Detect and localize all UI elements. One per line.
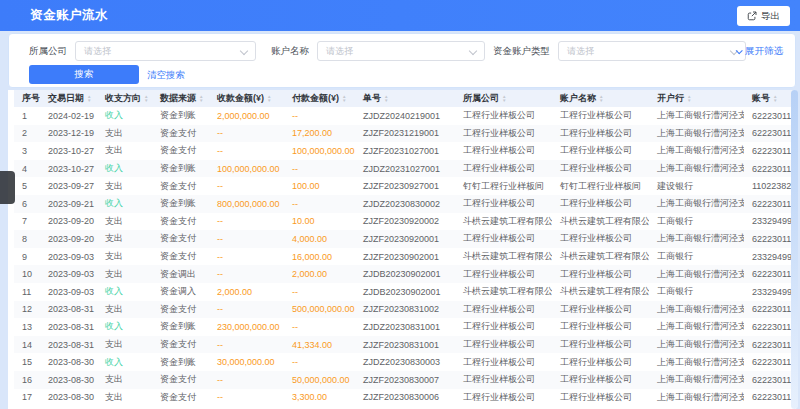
account-type-select[interactable]: 请选择: [558, 41, 746, 61]
sort-icon[interactable]: ▲▼: [384, 95, 388, 102]
cell-company: 工程行业样板公司: [455, 195, 552, 213]
sort-icon[interactable]: ▲▼: [199, 95, 203, 102]
table-row: 112023-09-03收入资金调入2,000.00--ZJDB20230902…: [14, 283, 796, 301]
sort-icon[interactable]: ▲▼: [687, 95, 691, 102]
page-title: 资金账户流水: [30, 7, 108, 24]
cell-account-number: 622230111: [744, 195, 796, 213]
cell-account-number: 622230111: [744, 301, 796, 319]
cell-doc-number: ZJDZ20230830002: [355, 195, 455, 213]
cell-account-number: 622230111: [744, 107, 796, 125]
cell-source: 资金支付: [152, 177, 209, 195]
table-head: 序号交易日期▲▼收支方向▲▼数据来源▲▼收款金额(¥)▲▼付款金额(¥)▲▼单号…: [14, 90, 796, 107]
cell-account-name: 工程行业样板公司: [552, 353, 649, 371]
chevron-down-icon: [469, 47, 477, 55]
chevron-down-icon: [240, 47, 248, 55]
table-row: 52023-09-27支出资金支付--100.00ZJZF20230927001…: [14, 177, 796, 195]
filter-panel: 所属公司 请选择 账户名称 请选择 资金账户类型 请选择 展开筛选 搜索 清空搜…: [8, 33, 796, 88]
cell-doc-number: ZJZF20230902001: [355, 248, 455, 266]
column-header-9[interactable]: 开户行▲▼: [649, 90, 744, 107]
cell-company: 工程行业样板公司: [455, 107, 552, 125]
cell-index: 6: [14, 195, 40, 213]
sort-icon[interactable]: ▲▼: [502, 95, 506, 102]
sort-icon[interactable]: ▲▼: [144, 95, 148, 102]
cell-pay-amount: 100.00: [284, 177, 355, 195]
company-select[interactable]: 请选择: [75, 41, 256, 61]
cell-index: 8: [14, 230, 40, 248]
cell-index: 9: [14, 248, 40, 266]
cell-doc-number: ZJZF20230831001: [355, 336, 455, 354]
account-name-select[interactable]: 请选择: [317, 41, 485, 61]
column-header-3[interactable]: 数据来源▲▼: [152, 90, 209, 107]
cell-source: 资金支付: [152, 142, 209, 160]
sort-icon[interactable]: ▲▼: [267, 95, 271, 102]
cell-date: 2023-10-27: [40, 160, 97, 178]
cell-index: 10: [14, 265, 40, 283]
vertical-scrollbar[interactable]: [791, 90, 798, 409]
column-header-10[interactable]: 账号▲▼: [744, 90, 796, 107]
column-header-7[interactable]: 所属公司▲▼: [455, 90, 552, 107]
cell-company: 工程行业样板公司: [455, 371, 552, 389]
cell-date: 2023-09-03: [40, 248, 97, 266]
cell-account-number: 110223820: [744, 177, 796, 195]
cell-receive-amount: 2,000,000.00: [209, 107, 284, 125]
cell-date: 2023-09-21: [40, 195, 97, 213]
filter-account-type-label: 资金账户类型: [493, 45, 550, 58]
cell-direction: 收入: [97, 160, 152, 178]
cell-pay-amount: 16,000.00: [284, 248, 355, 266]
table-row: 152023-08-30收入资金到账30,000,000.00--ZJDZ202…: [14, 353, 796, 371]
cell-doc-number: ZJZF20231027001: [355, 142, 455, 160]
cell-index: 15: [14, 353, 40, 371]
left-edge-tab[interactable]: [0, 171, 15, 204]
column-header-4[interactable]: 收款金额(¥)▲▼: [209, 90, 284, 107]
column-header-label: 账户名称: [560, 92, 596, 105]
cell-doc-number: ZJDZ20230831001: [355, 318, 455, 336]
cell-source: 资金到账: [152, 195, 209, 213]
flow-table-container: 序号交易日期▲▼收支方向▲▼数据来源▲▼收款金额(¥)▲▼付款金额(¥)▲▼单号…: [8, 90, 796, 409]
cell-pay-amount: --: [284, 318, 355, 336]
sort-icon[interactable]: ▲▼: [342, 95, 346, 102]
clear-search-link[interactable]: 清空搜索: [147, 69, 185, 82]
account-type-select-placeholder: 请选择: [567, 45, 594, 58]
cell-account-name: 工程行业样板公司: [552, 389, 649, 407]
search-button[interactable]: 搜索: [29, 65, 139, 84]
cell-account-number: 23329499-: [744, 213, 796, 231]
cell-date: 2023-09-20: [40, 213, 97, 231]
column-header-5[interactable]: 付款金额(¥)▲▼: [284, 90, 355, 107]
table-row: 132023-08-31收入资金到账230,000,000.00--ZJDZ20…: [14, 318, 796, 336]
cell-pay-amount: 100,000,000.00: [284, 142, 355, 160]
cell-bank: 上海工商银行漕河泾支行: [649, 125, 744, 143]
cell-account-number: 622230111: [744, 318, 796, 336]
cell-doc-number: ZJDB20230902001: [355, 283, 455, 301]
cell-direction: 支出: [97, 177, 152, 195]
column-header-6[interactable]: 单号▲▼: [355, 90, 455, 107]
column-header-2[interactable]: 收支方向▲▼: [97, 90, 152, 107]
column-header-8[interactable]: 账户名称▲▼: [552, 90, 649, 107]
cell-company: 工程行业样板公司: [455, 230, 552, 248]
sort-icon[interactable]: ▲▼: [87, 95, 91, 102]
cell-bank: 上海工商银行漕河泾支行: [649, 336, 744, 354]
column-header-1[interactable]: 交易日期▲▼: [40, 90, 97, 107]
cell-account-name: 工程行业样板公司: [552, 142, 649, 160]
expand-filters-link[interactable]: 展开筛选: [736, 45, 783, 58]
cell-doc-number: ZJDZ20240219001: [355, 107, 455, 125]
cell-pay-amount: 3,300.00: [284, 389, 355, 407]
cell-account-name: 工程行业样板公司: [552, 107, 649, 125]
sort-icon[interactable]: ▲▼: [773, 95, 777, 102]
filter-account-type: 资金账户类型 请选择: [493, 41, 746, 61]
column-header-label: 账号: [752, 92, 770, 105]
cell-date: 2023-08-31: [40, 336, 97, 354]
cell-source: 资金到账: [152, 353, 209, 371]
cell-account-name: 工程行业样板公司: [552, 371, 649, 389]
export-button[interactable]: 导出: [737, 6, 790, 26]
table-row: 102023-09-03支出资金调出--2,000.00ZJDB20230902…: [14, 265, 796, 283]
table-row: 62023-09-21收入资金到账800,000,000.00--ZJDZ202…: [14, 195, 796, 213]
cell-bank: 工商银行: [649, 213, 744, 231]
cell-source: 资金支付: [152, 336, 209, 354]
cell-direction: 支出: [97, 301, 152, 319]
sort-icon[interactable]: ▲▼: [599, 95, 603, 102]
cell-date: 2023-08-30: [40, 353, 97, 371]
cell-doc-number: ZJZF20230920002: [355, 213, 455, 231]
cell-source: 资金支付: [152, 230, 209, 248]
cell-direction: 收入: [97, 283, 152, 301]
cell-account-name: 工程行业样板公司: [552, 230, 649, 248]
